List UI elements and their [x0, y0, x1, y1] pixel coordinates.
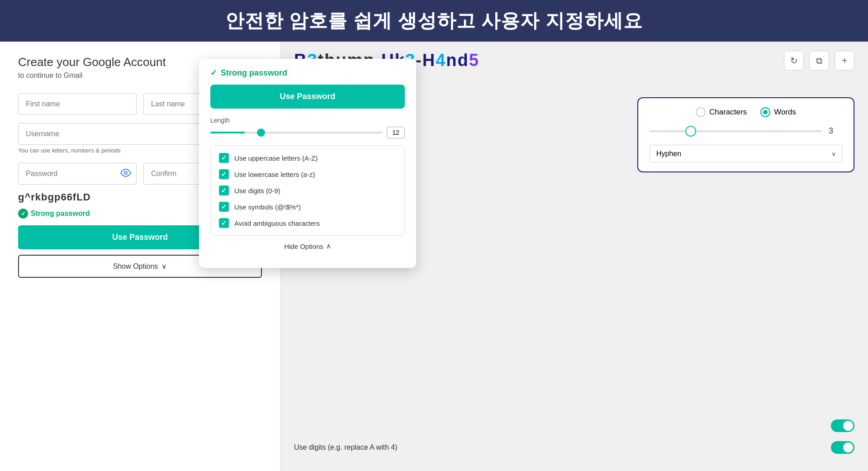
refresh-icon: ↻	[790, 55, 798, 66]
word-count-value: 3	[829, 126, 842, 136]
password-input[interactable]	[18, 163, 137, 185]
length-slider-row	[210, 127, 405, 138]
header-text: 안전한 암호를 쉽게 생성하고 사용자 지정하세요	[225, 10, 643, 31]
chevron-up-icon: ∧	[326, 242, 331, 250]
header-banner: 안전한 암호를 쉽게 생성하고 사용자 지정하세요	[0, 0, 868, 42]
option-ambiguous: Avoid ambiguous characters	[219, 218, 396, 228]
refresh-button[interactable]: ↻	[784, 51, 804, 71]
check-circle-icon: ✓	[18, 209, 28, 219]
digits-label: Use digits (e.g. replace A with 4)	[294, 443, 398, 452]
radio-row: Characters Words	[650, 107, 842, 117]
hide-options-button[interactable]: Hide Options ∧	[210, 236, 405, 257]
words-char-panel: Characters Words 3 Hyphen Underscore Spa…	[637, 97, 854, 172]
add-button[interactable]: +	[835, 51, 854, 71]
toggle-1[interactable]	[831, 419, 854, 432]
main-content: Create your Google Account to continue t…	[0, 42, 868, 471]
option-lowercase: Use lowercase letters (a-z)	[219, 169, 396, 179]
first-name-input[interactable]	[18, 93, 137, 115]
separator-dropdown[interactable]: Hyphen Underscore Space None	[650, 145, 842, 162]
characters-radio[interactable]	[696, 107, 706, 117]
popup-check-icon: ✓	[210, 68, 217, 78]
add-icon: +	[842, 56, 847, 66]
word-count-slider[interactable]	[650, 130, 822, 132]
words-radio[interactable]	[760, 107, 770, 117]
checkbox-digits[interactable]	[219, 186, 229, 195]
options-box: Use uppercase letters (A-Z) Use lowercas…	[210, 145, 405, 236]
checkbox-symbols[interactable]	[219, 202, 229, 212]
popup-overlay: ✓ Strong password Use Password Length Us…	[199, 59, 416, 268]
password-eye-icon	[120, 167, 131, 180]
word-count-row: 3	[650, 126, 842, 136]
length-value-input[interactable]	[387, 127, 405, 138]
checkbox-uppercase[interactable]	[219, 153, 229, 163]
popup-strong-label: ✓ Strong password	[210, 68, 405, 78]
checkbox-ambiguous[interactable]	[219, 218, 229, 228]
option-uppercase: Use uppercase letters (A-Z)	[219, 153, 396, 163]
copy-button[interactable]: ⧉	[809, 51, 829, 71]
length-section: Length	[210, 117, 405, 138]
length-label: Length	[210, 117, 405, 124]
toggle-digits[interactable]	[831, 441, 854, 454]
option-digits: Use digits (0-9)	[219, 186, 396, 195]
password-wrapper	[18, 163, 137, 185]
length-slider[interactable]	[210, 132, 382, 133]
popup-use-password-button[interactable]: Use Password	[210, 85, 405, 109]
chevron-down-icon: ∨	[161, 262, 167, 271]
toggle-section: Use digits (e.g. replace A with 4)	[294, 415, 854, 458]
characters-option[interactable]: Characters	[696, 107, 747, 117]
words-option[interactable]: Words	[760, 107, 796, 117]
separator-wrapper: Hyphen Underscore Space None	[650, 145, 842, 162]
copy-icon: ⧉	[816, 56, 822, 66]
digits-row: Use digits (e.g. replace A with 4)	[294, 437, 854, 458]
toggle-row-1	[294, 415, 854, 437]
checkbox-lowercase[interactable]	[219, 169, 229, 179]
action-icons: ↻ ⧉ +	[784, 51, 854, 71]
svg-point-0	[124, 171, 127, 174]
option-symbols: Use symbols (@!$%*)	[219, 202, 396, 212]
